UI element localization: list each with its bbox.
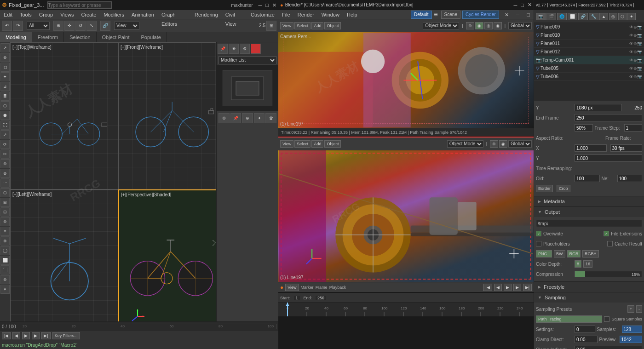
prop-constraint-icon[interactable]: 🔗 xyxy=(578,13,588,20)
prop-data-icon[interactable]: ▲ xyxy=(599,13,608,20)
scene-item-plane009[interactable]: ▽ Plane009 👁 ⊕ 📷 xyxy=(534,23,644,31)
close-x-icon[interactable]: ✕ xyxy=(501,10,512,19)
sampling-header[interactable]: Sampling xyxy=(534,292,644,303)
select-mode[interactable]: All xyxy=(27,22,50,30)
scene-label[interactable]: Scene xyxy=(441,11,460,19)
play-btn[interactable]: ▶ xyxy=(22,332,30,339)
cursor-icon-5[interactable]: ⊕ xyxy=(633,66,637,71)
undo-btn[interactable]: ↶ xyxy=(2,21,12,31)
render-icon-5[interactable]: 📷 xyxy=(637,66,642,71)
tool-16[interactable]: ⬡ xyxy=(0,188,10,197)
tool-10[interactable]: ⤢ xyxy=(0,130,10,139)
menu-animation[interactable]: Animation xyxy=(128,10,158,19)
path-tracing-btn[interactable]: Path Tracing xyxy=(536,315,602,323)
prev-frame-btn[interactable]: ◀ xyxy=(12,332,20,339)
tool-20[interactable]: ≡ xyxy=(0,227,10,236)
rotate-btn[interactable]: ↺ xyxy=(75,21,86,31)
maximize-x-icon[interactable]: □ xyxy=(523,10,534,19)
tab-freeform[interactable]: Freeform xyxy=(32,32,64,42)
old-val[interactable]: 100 xyxy=(575,175,600,182)
minimize-btn[interactable]: ─ xyxy=(259,2,262,8)
modifier-list-select[interactable]: Modifier List xyxy=(218,56,276,64)
render-engine-label[interactable]: Cycles Render xyxy=(462,11,499,19)
eye-icon-0[interactable]: 👁 xyxy=(629,25,633,29)
tool-22[interactable]: ◯ xyxy=(0,246,10,255)
menu-create[interactable]: Create xyxy=(77,10,100,19)
tool-9[interactable]: ⛶ xyxy=(0,120,10,130)
move-btn[interactable]: ✛ xyxy=(64,21,75,31)
tool-24[interactable]: ⬛ xyxy=(0,265,10,275)
overwrite-cb[interactable]: ✓ xyxy=(536,231,541,236)
percent-val[interactable]: 50% xyxy=(575,124,593,132)
seed-val[interactable]: 0 xyxy=(575,326,595,333)
y-ratio-val[interactable]: 1.000 xyxy=(575,154,642,162)
clamp-indirect-val[interactable]: 0.00 xyxy=(575,346,642,349)
tool-26[interactable]: ✦ xyxy=(0,285,10,294)
freestyle-header[interactable]: Freestyle xyxy=(534,282,644,292)
configure-btn[interactable]: ⚙ xyxy=(218,113,230,123)
render-icon-3[interactable]: 📷 xyxy=(637,50,642,54)
solid-mode[interactable]: ◉ xyxy=(475,22,483,29)
menu-file[interactable]: File xyxy=(278,10,294,19)
tab-selection[interactable]: Selection xyxy=(64,32,96,42)
tl-view-btn[interactable]: View xyxy=(285,284,299,291)
eye-icon-5[interactable]: 👁 xyxy=(629,66,633,71)
delete-mod-btn[interactable]: 🗑 xyxy=(265,113,276,123)
make-unique-btn[interactable]: ✦ xyxy=(254,113,265,123)
prop-world-icon[interactable]: 🌐 xyxy=(557,13,567,20)
menu-help[interactable]: Help xyxy=(343,10,361,19)
viewport-bottom-left[interactable]: [+][Left][Wireframe] xyxy=(10,189,118,337)
tool-19[interactable]: ⊕ xyxy=(0,217,10,226)
menu-group[interactable]: Group xyxy=(35,10,57,19)
render-icon-4[interactable]: 📷 xyxy=(637,58,642,63)
tool-14[interactable]: ⊗ xyxy=(0,169,10,178)
compression-bar[interactable]: 15% xyxy=(575,271,642,277)
blender-close[interactable]: ✕ xyxy=(528,2,532,8)
prop-material-icon[interactable]: ◎ xyxy=(609,13,617,20)
menu-render[interactable]: Render xyxy=(294,10,318,19)
blender-maximize[interactable]: □ xyxy=(521,2,524,8)
bw-btn[interactable]: BW xyxy=(554,250,565,257)
fps-val[interactable]: 30 fps xyxy=(610,144,643,152)
tool-1[interactable]: ↗ xyxy=(0,43,10,52)
eye-icon-2[interactable]: 👁 xyxy=(629,41,633,46)
file-ext-cb[interactable]: ✓ xyxy=(604,231,609,236)
square-samples-cb[interactable] xyxy=(604,316,610,322)
viewport-top-right[interactable]: [+][Front][Wireframe] xyxy=(118,42,226,189)
menu-views[interactable]: Views xyxy=(57,10,77,19)
scene-item-tempcam[interactable]: 📷 Temp-Cam.001 👁 ⊕ 📷 xyxy=(534,56,644,64)
tool-25[interactable]: ⊕ xyxy=(0,275,10,284)
tool-17[interactable]: ⊞ xyxy=(0,198,10,207)
mod-settings[interactable]: ⚙ xyxy=(240,44,250,54)
render-samples-val[interactable]: 128 xyxy=(622,326,643,333)
tl-first-btn[interactable]: |◀ xyxy=(483,284,492,291)
blender-viewport-top[interactable]: View Select Add Object Object Mode | ⊕ ◉… xyxy=(278,19,534,137)
workspace-label[interactable]: Default xyxy=(411,11,432,19)
format-btn[interactable]: PNG xyxy=(536,250,552,257)
output-path-input[interactable] xyxy=(536,220,642,227)
viewport-overlays[interactable]: ⊕ xyxy=(466,22,474,29)
prop-texture-icon[interactable]: ⬡ xyxy=(618,13,627,20)
depth-8-btn[interactable]: 8 xyxy=(575,260,581,268)
key-filters-btn[interactable]: Key Filters... xyxy=(52,332,80,339)
scene-item-plane010[interactable]: ▽ Plane010 👁 ⊕ 📷 xyxy=(534,31,644,40)
go-end-btn[interactable]: ▶| xyxy=(41,332,50,339)
viewport-perspective[interactable]: [+][Perspective][Shaded] xyxy=(118,189,226,337)
tab-object-paint[interactable]: Object Paint xyxy=(97,32,136,42)
mod-display[interactable]: 👁 xyxy=(229,44,239,54)
rgb-btn[interactable]: RGB xyxy=(567,250,581,257)
new-val[interactable]: 100 xyxy=(617,175,643,182)
mode-select[interactable]: Object Mode xyxy=(423,22,459,29)
redo-btn[interactable]: ↷ xyxy=(13,21,23,31)
clamp-direct-val[interactable]: 0.00 xyxy=(575,336,598,343)
tool-5[interactable]: ⊿ xyxy=(0,82,10,91)
crop-btn[interactable]: Crop xyxy=(557,185,570,192)
cursor-icon-0[interactable]: ⊕ xyxy=(633,25,637,29)
render-icon-6[interactable]: 📷 xyxy=(637,74,642,79)
link-btn[interactable]: 🔗 xyxy=(100,21,110,31)
tl-play-btn[interactable]: ▶ xyxy=(504,284,512,291)
prop-scene-icon[interactable]: 🎬 xyxy=(546,13,556,20)
snap-btn[interactable]: ⊞ xyxy=(266,21,276,31)
bb-view[interactable]: View xyxy=(280,140,293,148)
metadata-header[interactable]: Metadata xyxy=(534,196,644,206)
